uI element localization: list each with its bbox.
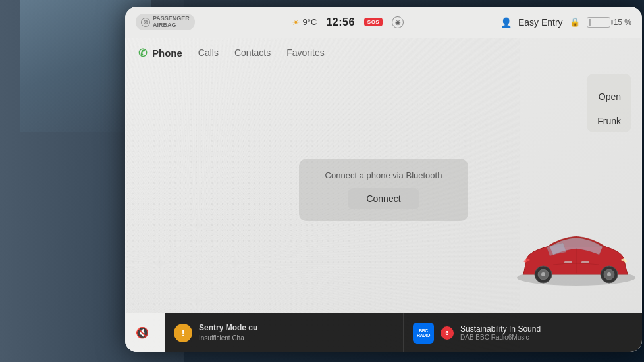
airbag-text: PASSENGER AIRBAG — [153, 16, 190, 29]
sentry-text: Sentry Mode cu Insufficient Cha — [199, 323, 257, 342]
radio-channel-number: 6 — [441, 326, 454, 340]
phone-icon: ✆ — [138, 47, 147, 59]
nav-contacts[interactable]: Contacts — [234, 47, 271, 58]
bluetooth-connect-panel: Connect a phone via Bluetooth Connect — [299, 159, 469, 221]
radio-show-title: Sustainability In Sound — [460, 324, 633, 334]
tesla-screen: ⊗ PASSENGER AIRBAG ☀ 9°C 12:56 SOS ◉ 👤 E… — [125, 7, 642, 352]
volume-icon[interactable]: 🔇 — [136, 326, 149, 339]
status-left: ⊗ PASSENGER AIRBAG — [136, 14, 195, 31]
radio-text: Sustainability In Sound DAB BBC Radio6Mu… — [460, 324, 633, 341]
nav-calls[interactable]: Calls — [198, 47, 219, 58]
time-display: 12:56 — [326, 16, 354, 28]
battery-percent: 15 % — [614, 18, 631, 27]
airbag-indicator: ⊗ PASSENGER AIRBAG — [136, 14, 195, 31]
temperature-display: 9°C — [303, 17, 317, 27]
easy-entry-label[interactable]: Easy Entry — [518, 17, 563, 28]
weather-display: ☀ 9°C — [292, 17, 317, 28]
sentry-notification[interactable]: ! Sentry Mode cu Insufficient Cha — [165, 313, 404, 352]
volume-section[interactable]: 🔇 — [125, 313, 165, 352]
status-center: ☀ 9°C 12:56 SOS ◉ — [292, 16, 404, 28]
phone-nav-label: Phone — [152, 47, 182, 59]
nav-favorites[interactable]: Favorites — [286, 47, 325, 58]
status-bar: ⊗ PASSENGER AIRBAG ☀ 9°C 12:56 SOS ◉ 👤 E… — [125, 7, 642, 38]
lock-icon[interactable]: 🔒 — [570, 17, 580, 27]
right-panel: Open Frunk — [523, 67, 642, 313]
person-icon: 👤 — [500, 17, 512, 28]
battery-bar — [587, 17, 610, 28]
phone-nav-item[interactable]: ✆ Phone — [138, 47, 182, 59]
battery-fill — [589, 19, 592, 26]
sun-icon: ☀ — [292, 17, 300, 28]
sentry-title: Sentry Mode cu — [199, 323, 257, 334]
sentry-subtitle: Insufficient Cha — [199, 334, 257, 342]
bbc-radio-icon: BBC RADIO — [413, 323, 434, 344]
warning-icon: ! — [174, 324, 192, 342]
battery-indicator: 15 % — [587, 17, 631, 28]
connect-prompt: Connect a phone via Bluetooth — [325, 170, 443, 180]
phone-nav-bar: ✆ Phone Calls Contacts Favorites — [125, 38, 642, 67]
sos-badge[interactable]: SOS — [364, 18, 383, 26]
bottom-notifications: ! Sentry Mode cu Insufficient Cha BBC RA… — [165, 313, 642, 352]
status-right: 👤 Easy Entry 🔒 15 % — [500, 17, 631, 28]
bbc-label: BBC — [419, 328, 428, 333]
radio-label: RADIO — [417, 333, 430, 338]
location-icon[interactable]: ◉ — [392, 16, 404, 28]
open-frunk-button[interactable]: Open Frunk — [587, 74, 631, 132]
connect-button[interactable]: Connect — [348, 188, 419, 209]
bottom-bar: 🔇 ! Sentry Mode cu Insufficient Cha BBC … — [125, 313, 642, 352]
radio-notification[interactable]: BBC RADIO 6 Sustainability In Sound DAB … — [404, 313, 642, 352]
radio-station-name: DAB BBC Radio6Music — [460, 334, 633, 341]
airbag-icon: ⊗ — [141, 18, 150, 27]
